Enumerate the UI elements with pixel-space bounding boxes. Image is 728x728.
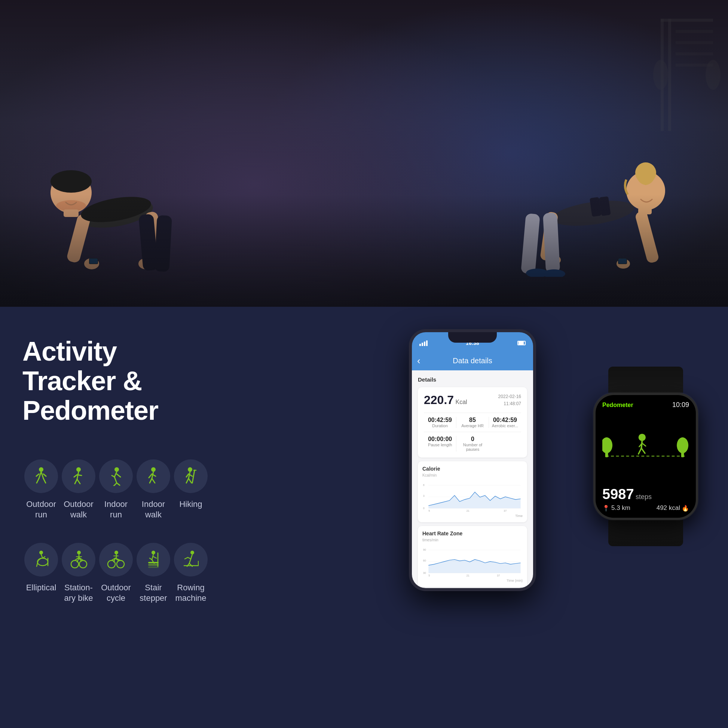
elliptical-icon-circle [24, 543, 58, 577]
watch-wrapper: Pedometer 10:09 [593, 367, 698, 546]
svg-text:3: 3 [423, 494, 425, 497]
svg-point-138 [602, 437, 612, 453]
hr-zone-label: Heart Rate Zone [422, 531, 523, 537]
activity-indoor-walk: Indoorwalk [135, 456, 172, 524]
back-button[interactable]: ‹ [417, 355, 421, 367]
hr-line-chart: 90 60 30 5 21 37 [422, 545, 523, 578]
rowing-machine-icon-circle [174, 543, 208, 577]
svg-line-41 [41, 472, 43, 479]
svg-point-59 [151, 467, 156, 472]
svg-text:5: 5 [428, 509, 430, 512]
calorie-card: 220.7 Kcal 2022-02-16 11:48:07 00:42:59 … [418, 387, 527, 457]
svg-rect-100 [148, 564, 159, 566]
svg-text:21: 21 [466, 509, 470, 512]
watch-side-button [697, 445, 698, 468]
svg-text:21: 21 [466, 574, 470, 577]
location-icon: 📍 [602, 505, 610, 512]
indoor-run-icon-circle [99, 459, 133, 493]
svg-rect-3 [676, 30, 713, 33]
svg-line-44 [36, 474, 39, 476]
devices-section: 16:38 ‹ Data details Details [217, 307, 728, 728]
svg-line-68 [188, 479, 191, 483]
watch-steps-unit: steps [636, 493, 652, 500]
svg-line-67 [186, 479, 188, 483]
watch-time: 10:09 [672, 401, 689, 409]
watch-screen: Pedometer 10:09 [596, 395, 696, 518]
phone-screen: Details 220.7 Kcal 2022-02-16 11:48:07 [412, 370, 533, 588]
indoor-walk-label: Indoorwalk [142, 499, 165, 520]
activity-outdoor-cycle: Outdoorcycle [97, 539, 135, 607]
svg-rect-2 [661, 19, 713, 22]
svg-line-55 [115, 477, 117, 483]
calorie-time-label: Time [422, 514, 523, 518]
indoor-run-icon [106, 466, 126, 486]
stationary-bike-icon-circle [62, 543, 95, 577]
phone-notch [448, 332, 497, 343]
watch-strap-top [608, 367, 683, 393]
svg-text:5: 5 [428, 574, 430, 577]
hero-section [0, 0, 728, 307]
watch-steps-value: 5987 [602, 486, 634, 502]
phone-mockup: 16:38 ‹ Data details Details [409, 329, 536, 591]
stationary-bike-icon [69, 550, 88, 569]
outdoor-run-icon [31, 466, 51, 486]
svg-rect-4 [676, 41, 713, 44]
svg-point-8 [705, 60, 720, 90]
svg-line-56 [114, 483, 117, 486]
calorie-chart-sublabel: Kcal/min [422, 473, 523, 477]
watch-walking-figure [602, 427, 689, 471]
outdoor-run-label: Outdoorrun [26, 499, 56, 520]
avg-hr-stat: 85 Average HR [456, 417, 489, 428]
stats-row-1: 00:42:59 Duration 85 Average HR 00:42:59… [424, 413, 521, 428]
rowing-machine-label: Rowingmachine [175, 583, 206, 604]
hiking-icon-circle [174, 459, 208, 493]
svg-line-141 [639, 448, 642, 454]
outdoor-cycle-label: Outdoorcycle [101, 583, 131, 604]
svg-line-62 [152, 479, 155, 483]
svg-text:0: 0 [423, 506, 425, 510]
svg-line-51 [77, 475, 81, 476]
elliptical-icon [31, 550, 51, 569]
outdoor-cycle-icon-circle [99, 543, 133, 577]
num-pauses-stat: 0 Number of pauses [456, 436, 489, 451]
activity-hiking: Hiking [172, 456, 210, 524]
svg-rect-101 [148, 566, 159, 568]
svg-line-144 [642, 443, 646, 446]
svg-line-63 [149, 474, 152, 478]
svg-point-89 [115, 551, 118, 554]
hr-zone-chart: Heart Rate Zone times/min 90 60 30 [418, 526, 527, 587]
stationary-bike-label: Station-ary bike [64, 583, 93, 604]
activity-stationary-bike: Station-ary bike [60, 539, 97, 607]
svg-point-7 [653, 60, 668, 90]
svg-line-58 [117, 474, 121, 477]
calorie-line-chart: 6 3 0 5 2 [422, 480, 523, 513]
calorie-value: 220.7 [424, 393, 454, 407]
outdoor-walk-icon-circle [62, 459, 95, 493]
hr-chart-area: 90 60 30 5 21 37 [422, 545, 523, 579]
svg-point-146 [677, 437, 688, 453]
hiking-icon [181, 466, 200, 486]
rowing-machine-icon [181, 550, 200, 569]
svg-line-142 [641, 448, 645, 453]
phone-status-left [419, 340, 428, 346]
activity-elliptical: Elliptical [23, 539, 60, 607]
svg-point-65 [188, 467, 192, 472]
activity-outdoor-run: Outdoorrun [23, 456, 60, 524]
aerobic-stat: 00:42:59 Aerobic exer... [489, 417, 521, 428]
svg-point-80 [77, 551, 81, 554]
svg-point-82 [79, 560, 87, 568]
calorie-main-row: 220.7 Kcal 2022-02-16 11:48:07 [424, 393, 521, 407]
duration-stat: 00:42:59 Duration [424, 417, 456, 428]
stats-row-2: 00:00:00 Pause length 0 Number of pauses [424, 432, 521, 451]
svg-point-98 [151, 551, 155, 554]
activity-row-2: Elliptical St [23, 539, 194, 607]
svg-line-108 [191, 554, 192, 559]
svg-point-11 [50, 170, 92, 193]
calorie-value-group: 220.7 Kcal [424, 393, 467, 407]
header-title: Data details [453, 356, 492, 365]
svg-point-46 [76, 467, 81, 472]
watch-app-name: Pedometer [602, 402, 633, 408]
indoor-walk-icon [144, 466, 163, 486]
activity-info-panel: Activity Tracker & Pedometer [0, 307, 217, 728]
watch-steps-section: 5987 steps [602, 487, 689, 501]
